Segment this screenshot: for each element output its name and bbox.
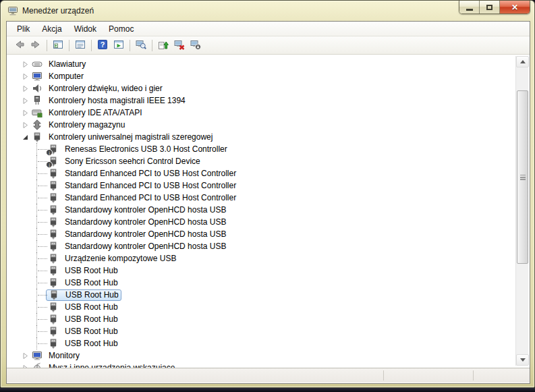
tree-category-row[interactable]: Kontrolery dźwięku, wideo i gier: [7, 82, 513, 94]
tree-category-row[interactable]: Kontrolery hosta magistrali IEEE 1394: [7, 94, 513, 107]
menu-item-akcja[interactable]: Akcja: [36, 22, 67, 36]
scroll-down-icon: [520, 358, 526, 362]
collapsed-triangle-icon[interactable]: [22, 73, 29, 80]
tree-device-row[interactable]: Standard Enhanced PCI to USB Host Contro…: [7, 192, 513, 204]
status-separator: [473, 370, 474, 381]
tree-device-row[interactable]: USB Root Hub: [7, 313, 513, 325]
usb-plug-icon: [48, 314, 59, 325]
toolbar-scan-hardware-button[interactable]: [133, 38, 149, 53]
collapsed-triangle-icon[interactable]: [22, 61, 29, 68]
tree-item-label: USB Root Hub: [63, 289, 121, 300]
collapsed-triangle-icon[interactable]: [22, 121, 29, 129]
collapsed-triangle-icon[interactable]: [22, 85, 29, 92]
tree-device-row[interactable]: USB Root Hub: [7, 325, 513, 337]
tree-connector-line: [36, 301, 48, 313]
properties-icon: [75, 39, 86, 52]
tree-connector-line: [36, 192, 48, 204]
tree-device-row[interactable]: USB Root Hub: [7, 337, 513, 349]
toolbar-separator: [47, 40, 47, 51]
tree-connector-line: [36, 216, 48, 228]
tree-device-row[interactable]: USB Root Hub: [7, 277, 513, 289]
tree-item-label: USB Root Hub: [63, 338, 120, 349]
toolbar-disable-device-button[interactable]: [188, 38, 204, 53]
tree-item-label: Kontrolery IDE ATA/ATAPI: [47, 107, 144, 118]
vertical-scrollbar[interactable]: [515, 56, 528, 366]
usb-plug-icon: [49, 289, 59, 300]
tree-category-row[interactable]: Kontrolery magazynu: [7, 119, 513, 131]
firewire-plug-icon: [32, 95, 43, 106]
tree-item-label: Mysz i inne urządzenia wskazujące: [47, 362, 177, 368]
tree-device-row[interactable]: Urządzenie kompozytowe USB: [7, 252, 513, 264]
collapsed-triangle-icon[interactable]: [22, 97, 29, 105]
tree-connector-line: [36, 264, 48, 277]
tree-connector-line: [36, 289, 48, 301]
storage-controller-icon: [32, 119, 43, 130]
toolbar-uninstall-device-button[interactable]: [171, 38, 188, 53]
toolbar-tree-view-button[interactable]: [50, 38, 66, 53]
tree-item-label: USB Root Hub: [63, 265, 120, 276]
scroll-down-button[interactable]: [516, 354, 529, 366]
tree-item-label: Standard Enhanced PCI to USB Host Contro…: [63, 168, 238, 179]
tree-category-row[interactable]: Kontrolery IDE ATA/ATAPI: [7, 107, 513, 119]
ide-controller-icon: [32, 107, 43, 118]
disable-device-icon: [190, 39, 201, 52]
tree-category-row[interactable]: Mysz i inne urządzenia wskazujące: [7, 362, 513, 368]
tree-device-row[interactable]: Standard Enhanced PCI to USB Host Contro…: [7, 167, 513, 179]
tree-item-label: Kontrolery dźwięku, wideo i gier: [47, 83, 165, 94]
scan-hardware-icon: [136, 39, 146, 52]
close-button[interactable]: ✕: [500, 1, 530, 13]
tree-connector-line: [36, 167, 48, 179]
collapsed-triangle-icon[interactable]: [22, 109, 29, 117]
tree-item-label: Komputer: [47, 71, 86, 82]
toolbar-help-button[interactable]: ?: [94, 38, 111, 53]
tree-item-label: Standardowy kontroler OpenHCD hosta USB: [63, 229, 228, 240]
usb-plug-icon: [48, 229, 59, 240]
minimize-button[interactable]: [459, 1, 480, 13]
mouse-icon: [32, 362, 43, 368]
toolbar-update-driver-button[interactable]: [155, 38, 171, 53]
tree-item-label: Renesas Electronics USB 3.0 Host Control…: [63, 144, 229, 155]
tree-item-label: Standardowy kontroler OpenHCD hosta USB: [63, 241, 228, 252]
expanded-triangle-icon[interactable]: [22, 134, 29, 141]
collapsed-triangle-icon[interactable]: [22, 352, 29, 360]
tree-device-row[interactable]: ↓Renesas Electronics USB 3.0 Host Contro…: [7, 143, 513, 155]
tree-device-row[interactable]: ↓Sony Ericsson seehcri Control Device: [7, 155, 513, 167]
minimize-icon: [466, 9, 473, 11]
tree-item-label: Urządzenie kompozytowe USB: [63, 253, 178, 264]
menu-item-pomoc[interactable]: Pomoc: [103, 22, 140, 36]
usb-plug-icon: [48, 277, 59, 288]
menu-item-plik[interactable]: Plik: [11, 22, 36, 36]
scrollbar-thumb[interactable]: [517, 90, 528, 264]
tree-connector-line: [36, 277, 48, 289]
tree-device-row[interactable]: Standardowy kontroler OpenHCD hosta USB: [7, 240, 513, 252]
maximize-button[interactable]: [480, 1, 500, 13]
usb-plug-icon: [48, 326, 59, 337]
tree-device-row[interactable]: Standardowy kontroler OpenHCD hosta USB: [7, 204, 513, 216]
tree-category-row[interactable]: Kontrolery uniwersalnej magistrali szere…: [7, 131, 513, 143]
update-driver-icon: [158, 39, 169, 52]
tree-category-row[interactable]: Monitory: [7, 349, 513, 362]
menu-item-widok[interactable]: Widok: [68, 22, 103, 36]
tree-item-label: USB Root Hub: [63, 302, 120, 312]
tree-device-row[interactable]: Standardowy kontroler OpenHCD hosta USB: [7, 228, 513, 240]
tree-item-label: Standard Enhanced PCI to USB Host Contro…: [63, 180, 238, 191]
toolbar-back-arrow-button[interactable]: [11, 38, 28, 53]
toolbar-separator: [152, 40, 152, 51]
usb-plug-icon: [32, 132, 43, 142]
tree-category-row[interactable]: Klawiatury: [7, 58, 513, 70]
tree-connector-line: [36, 240, 48, 252]
tree-device-row[interactable]: USB Root Hub: [7, 264, 513, 277]
client-area: Plik Akcja Widok Pomoc ? KlawiaturyKompu…: [6, 21, 530, 384]
tree-device-row[interactable]: Standard Enhanced PCI to USB Host Contro…: [7, 179, 513, 192]
toolbar-forward-arrow-button[interactable]: [28, 38, 44, 53]
tree-device-row[interactable]: USB Root Hub: [7, 289, 513, 301]
usb-plug-icon: [48, 168, 59, 179]
toolbar-console-window-button[interactable]: [111, 38, 127, 53]
tree-category-row[interactable]: Komputer: [7, 70, 513, 82]
toolbar: ?: [7, 36, 530, 55]
usb-plug-icon: [48, 302, 59, 312]
tree-device-row[interactable]: Standardowy kontroler OpenHCD hosta USB: [7, 216, 513, 228]
tree-device-row[interactable]: USB Root Hub: [7, 301, 513, 313]
toolbar-properties-button[interactable]: [72, 38, 88, 53]
scroll-up-button[interactable]: [516, 56, 529, 67]
